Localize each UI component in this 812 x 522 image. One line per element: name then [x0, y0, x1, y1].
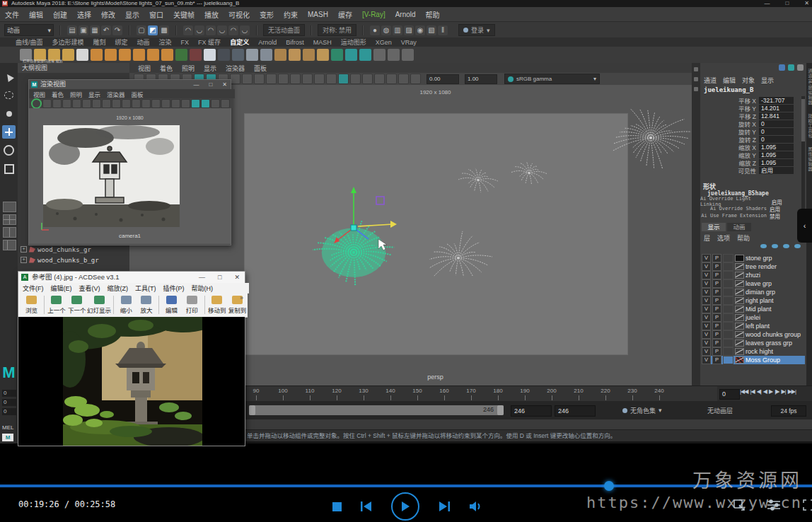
- acdsee-menu-item[interactable]: 文件(F): [23, 284, 44, 293]
- save-scene-icon[interactable]: ▦: [90, 25, 100, 35]
- acdsee-toolbar-button[interactable]: 放大: [137, 296, 157, 314]
- panel-collapse-tab[interactable]: ‹: [797, 209, 812, 243]
- character-set-dropdown[interactable]: 无角色集 ▾: [622, 405, 662, 415]
- shelf-tab[interactable]: 多边形建模: [52, 37, 84, 47]
- acdsee-toolbar-button[interactable]: 下一个: [66, 296, 87, 314]
- render-view-toolbar-icon[interactable]: [82, 99, 91, 108]
- shelf-tab[interactable]: 渲染: [159, 37, 172, 47]
- channel-value-field[interactable]: 1.095: [759, 159, 794, 166]
- channel-box-menu-item[interactable]: 编辑: [723, 76, 736, 85]
- layer-color-swatch[interactable]: [735, 263, 744, 270]
- timeline-tick[interactable]: 150: [407, 388, 428, 394]
- menu-item[interactable]: 变形: [260, 9, 274, 20]
- layer-visible-toggle[interactable]: V: [702, 288, 711, 296]
- layer-color-swatch[interactable]: [735, 255, 744, 262]
- render-view-toolbar-icon[interactable]: [62, 99, 71, 108]
- vray-icon[interactable]: [402, 49, 414, 61]
- snip-icon[interactable]: [733, 499, 746, 511]
- channel-value-field[interactable]: 1.095: [759, 151, 794, 158]
- layer-visible-toggle[interactable]: V: [702, 330, 711, 339]
- channel-box-menu-item[interactable]: 对象: [742, 76, 755, 85]
- next-button[interactable]: [438, 501, 451, 512]
- layer-playback-toggle[interactable]: P: [712, 288, 721, 296]
- layer-row[interactable]: VPleaves grass grp: [702, 339, 805, 347]
- timeline-tick[interactable]: 90: [245, 388, 267, 394]
- viewport-toolbar-icon[interactable]: [242, 74, 253, 84]
- playback-button[interactable]: |◀: [750, 388, 754, 395]
- left-column-field[interactable]: 0: [2, 390, 16, 397]
- playback-end-field[interactable]: 246: [555, 405, 596, 417]
- script-editor-icon[interactable]: M: [2, 434, 13, 441]
- render-view-menu-item[interactable]: 着色: [52, 90, 64, 98]
- layer-editor-tab[interactable]: 显示: [702, 223, 726, 231]
- layer-playback-toggle[interactable]: P: [712, 296, 721, 305]
- layer-visible-toggle[interactable]: V: [702, 313, 711, 322]
- channel-value-field[interactable]: 0: [759, 120, 794, 127]
- timeline-ticks[interactable]: 9010011012013014015016017018019020021022…: [246, 386, 717, 402]
- previous-button[interactable]: [360, 501, 373, 512]
- left-column-field[interactable]: 0: [2, 408, 16, 415]
- layer-playback-toggle[interactable]: P: [712, 322, 721, 330]
- acdsee-toolbar-button[interactable]: 移动到: [207, 296, 227, 314]
- fps-dropdown[interactable]: 24 fps: [771, 405, 806, 417]
- vray-icon[interactable]: [388, 49, 400, 61]
- timeline-tick[interactable]: 120: [326, 388, 347, 394]
- acdsee-window[interactable]: A 参考图 (4).jpg - ACDSee v3.1 —□✕ 文件(F)编辑(…: [18, 271, 245, 446]
- playback-start-field[interactable]: 246: [511, 405, 552, 417]
- viewport-toolbar-icon[interactable]: [362, 74, 373, 84]
- menu-item[interactable]: 关键帧: [173, 9, 195, 20]
- acdsee-menu-item[interactable]: 查看(V): [79, 284, 100, 293]
- layer-playback-toggle[interactable]: P: [712, 262, 721, 271]
- render-view-toolbar-icon[interactable]: [52, 99, 62, 108]
- render-view-toolbar-icon[interactable]: [122, 99, 131, 108]
- layer-color-swatch[interactable]: [735, 289, 744, 296]
- sidebar-vertical-tab[interactable]: 通道盒/层编辑器: [807, 69, 812, 105]
- viewport-toolbar-icon[interactable]: [374, 74, 385, 84]
- new-scene-icon[interactable]: ▤: [67, 25, 77, 35]
- timeline-tick[interactable]: 130: [353, 388, 374, 394]
- menu-item[interactable]: 可视化: [228, 9, 250, 20]
- layer-row[interactable]: VPtree render: [702, 262, 805, 271]
- volume-button[interactable]: [469, 501, 483, 512]
- menu-item[interactable]: 修改: [101, 9, 115, 20]
- layout-single-pane-button[interactable]: [3, 202, 16, 212]
- menu-item[interactable]: [V-Ray]: [362, 11, 385, 18]
- viewport-menu-item[interactable]: 显示: [204, 64, 216, 73]
- menu-item[interactable]: MASH: [308, 11, 328, 18]
- render-view-menu-item[interactable]: 面板: [132, 90, 144, 98]
- timeline-tick[interactable]: 140: [380, 388, 401, 394]
- shelf-tab[interactable]: 雕刻: [93, 37, 106, 47]
- render-view-toolbar-icon[interactable]: [201, 99, 210, 108]
- shelf-tab[interactable]: MASH: [313, 39, 332, 46]
- render-view-toolbar-icon[interactable]: [141, 99, 151, 108]
- shelf-tab[interactable]: VRay: [401, 39, 417, 46]
- acdsee-menu-item[interactable]: 缩放(Z): [108, 284, 129, 293]
- render-view-toolbar-icon[interactable]: [42, 99, 52, 108]
- poly-plane-icon[interactable]: [161, 49, 173, 61]
- tree-icon[interactable]: [175, 49, 187, 61]
- layer-playback-toggle[interactable]: P: [712, 347, 721, 356]
- cube-icon[interactable]: [246, 49, 258, 61]
- scale-tool[interactable]: [2, 162, 16, 175]
- layer-visible-toggle[interactable]: V: [702, 347, 711, 356]
- poly-torus-icon[interactable]: [147, 49, 159, 61]
- ipr-render-icon[interactable]: ◍: [381, 25, 391, 35]
- layer-row[interactable]: VPzhuzi: [702, 271, 805, 279]
- select-component-icon[interactable]: ◩: [148, 25, 158, 35]
- maximize-button[interactable]: □: [218, 272, 221, 283]
- tool-icon[interactable]: [274, 49, 286, 61]
- sidebar-vertical-tab[interactable]: 属性编辑器: [807, 147, 812, 172]
- range-end-handle[interactable]: [497, 405, 504, 415]
- shelf-tab[interactable]: FX 缓存: [198, 37, 221, 47]
- folder-icon[interactable]: [62, 49, 74, 61]
- paint-select-tool[interactable]: [2, 107, 16, 120]
- layer-row[interactable]: VProck hight: [702, 347, 805, 356]
- playback-button[interactable]: ▶: [769, 388, 772, 395]
- render-view-toolbar-icon[interactable]: [151, 99, 161, 108]
- anim-layer-dropdown[interactable]: 无动画层: [707, 405, 733, 415]
- viewport-menu-item[interactable]: 视图: [138, 64, 151, 73]
- minimize-button[interactable]: —: [193, 80, 199, 89]
- shelf-tab[interactable]: 绑定: [115, 37, 128, 47]
- snap-point-icon[interactable]: ◠: [206, 25, 216, 35]
- exposure-field[interactable]: 0.00: [427, 74, 459, 84]
